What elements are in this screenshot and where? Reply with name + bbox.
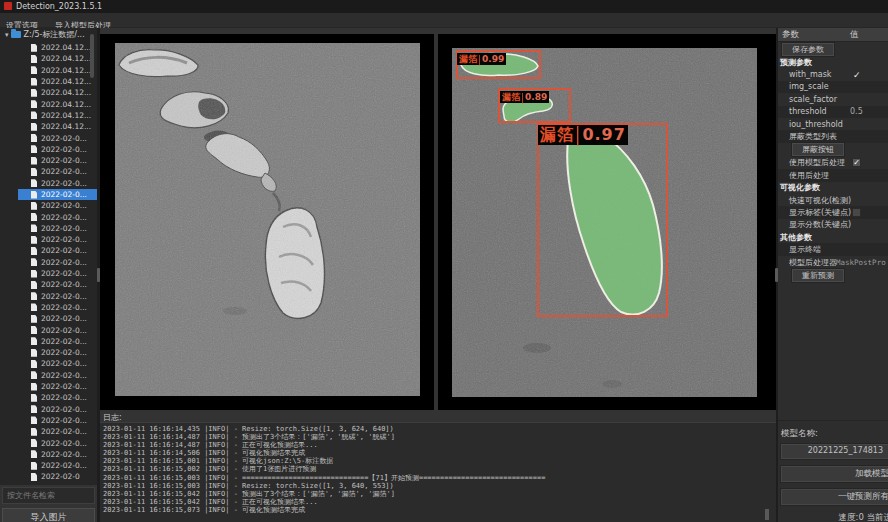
tree-item[interactable]: 2022-02-0... <box>0 426 97 437</box>
title-bar: Detection_2023.1.5.1 <box>0 0 888 13</box>
param-row[interactable]: with_mask✓ <box>778 68 888 80</box>
file-icon <box>31 55 37 63</box>
param-action-button[interactable]: 保存参数 <box>781 42 835 57</box>
tree-item[interactable]: 2022-02-0... <box>0 189 97 200</box>
model-name-field[interactable]: 20221225_174813 <box>780 443 888 460</box>
file-icon <box>31 191 37 199</box>
param-row[interactable]: threshold0.5 <box>778 106 888 118</box>
tree-item[interactable]: 2022-02-0... <box>0 200 97 211</box>
file-icon <box>31 44 37 52</box>
tree-item[interactable]: 2022.04.12... <box>0 87 97 98</box>
param-label: 模型后处理器 <box>778 257 837 268</box>
tree-item[interactable]: 2022-02-0 <box>0 471 97 482</box>
tree-item[interactable]: 2022.04.12... <box>0 110 97 121</box>
tree-item[interactable]: 2022-02-0... <box>0 302 97 313</box>
param-label: 显示标签(关键点) <box>778 207 851 218</box>
param-row[interactable]: 模型后处理器MaskPostPro <box>778 256 888 268</box>
detection-class: 漏箔 <box>540 127 574 143</box>
tree-root-node[interactable]: ▾ Z:/5-标注数据/... <box>0 28 97 41</box>
param-label: threshold <box>778 107 827 116</box>
param-button-row: 重新预测 <box>778 268 888 282</box>
tree-item[interactable]: 2022-02-0... <box>0 245 97 256</box>
search-input[interactable] <box>2 487 95 504</box>
tree-item-label: 2022.04.12... <box>41 66 91 75</box>
param-label: 显示终端 <box>778 244 821 255</box>
param-row[interactable]: iou_threshold <box>778 118 888 130</box>
tree-item-label: 2022.04.12... <box>41 100 91 109</box>
params-header-name: 参数 <box>778 29 850 41</box>
tree-item[interactable]: 2022-02-0... <box>0 257 97 268</box>
param-row[interactable]: img_scale <box>778 81 888 93</box>
tree-item[interactable]: 2022-02-0... <box>0 324 97 335</box>
tree-item-label: 2022-02-0... <box>41 303 87 312</box>
tree-item[interactable]: 2022-02-0... <box>0 132 97 143</box>
tree-item[interactable]: 2022-02-0... <box>0 223 97 234</box>
param-label: 快速可视化(检测) <box>778 195 851 206</box>
chevron-down-icon[interactable]: ▾ <box>5 31 9 39</box>
tree-item[interactable]: 2022.04.12... <box>0 42 97 53</box>
tree-item[interactable]: 2022-02-0... <box>0 358 97 369</box>
original-image[interactable] <box>115 43 420 396</box>
tree-item[interactable]: 2022-02-0... <box>0 347 97 358</box>
param-row[interactable]: 显示分数(关键点) <box>778 219 888 231</box>
file-icon <box>31 428 37 436</box>
tree-item-label: 2022-02-0... <box>41 427 87 436</box>
file-icon <box>31 134 37 142</box>
tree-item[interactable]: 2022-02-0... <box>0 178 97 189</box>
label-separator: | <box>521 91 524 102</box>
log-line: 2023-01-11 16:16:14,487 |INFO| - 预测出了3个结… <box>103 433 776 441</box>
tree-item[interactable]: 2022.04.12... <box>0 121 97 132</box>
param-row[interactable]: 使用模型后处理✓ <box>778 157 888 169</box>
tree-item-label: 2022-02-0... <box>41 224 87 233</box>
tree-item[interactable]: 2022-02-0... <box>0 460 97 471</box>
tree-item[interactable]: 2022-02-0... <box>0 234 97 245</box>
log-output[interactable]: 2023-01-11 16:16:14,435 |INFO| - Resize:… <box>100 422 776 522</box>
file-icon <box>31 213 37 221</box>
tree-item-label: 2022-02-0... <box>41 439 87 448</box>
tree-item[interactable]: 2022-02-0... <box>0 268 97 279</box>
load-model-button[interactable]: 加载模型 <box>780 465 888 483</box>
tree-item[interactable]: 2022-02-0... <box>0 211 97 222</box>
param-row[interactable]: scale_factor <box>778 93 888 105</box>
log-scrollbar-thumb[interactable] <box>765 509 769 520</box>
tree-item[interactable]: 2022-02-0... <box>0 404 97 415</box>
tree-item[interactable]: 2022-02-0... <box>0 291 97 302</box>
tree-item[interactable]: 2022-02-0... <box>0 155 97 166</box>
param-row[interactable]: 屏蔽类型列表 <box>778 130 888 142</box>
log-line: 2023-01-11 16:16:14,487 |INFO| - 正在可视化预测… <box>103 441 776 449</box>
param-row[interactable]: 使用后处理 <box>778 169 888 181</box>
file-icon <box>31 473 37 481</box>
tree-item-label: 2022-02-0... <box>41 382 87 391</box>
tree-item[interactable]: 2022-02-0... <box>0 392 97 403</box>
tree-item[interactable]: 2022.04.12... <box>0 98 97 109</box>
tree-item-label: 2022.04.12... <box>41 111 91 120</box>
tree-item[interactable]: 2022.04.12... <box>0 65 97 76</box>
tree-item[interactable]: 2022.04.12... <box>0 53 97 64</box>
tree-scrollbar-thumb[interactable] <box>90 34 94 78</box>
tree-item[interactable]: 2022-02-0... <box>0 381 97 392</box>
file-icon <box>31 303 37 311</box>
param-label: with_mask <box>778 70 831 79</box>
tree-item[interactable]: 2022-02-0... <box>0 449 97 460</box>
tree-item[interactable]: 2022-02-0... <box>0 437 97 448</box>
param-row[interactable]: 快速可视化(检测) <box>778 194 888 206</box>
param-row[interactable]: 显示终端 <box>778 243 888 255</box>
tree-item[interactable]: 2022-02-0... <box>0 313 97 324</box>
tree-item[interactable]: 2022-02-0... <box>0 415 97 426</box>
tree-item[interactable]: 2022.04.12... <box>0 76 97 87</box>
param-action-button[interactable]: 重新预测 <box>791 268 845 283</box>
tree-item[interactable]: 2022-02-0... <box>0 279 97 290</box>
checkbox-checked[interactable]: ✓ <box>852 158 861 167</box>
param-action-button[interactable]: 屏蔽按钮 <box>791 142 845 157</box>
predict-all-button[interactable]: 一键预测所有图片 <box>780 488 888 506</box>
param-section: 可视化参数 <box>778 182 888 194</box>
log-line: 2023-01-11 16:16:15,003 |INFO| - Resize:… <box>103 482 776 490</box>
tree-item[interactable]: 2022-02-0... <box>0 144 97 155</box>
tree-item[interactable]: 2022-02-0... <box>0 336 97 347</box>
import-images-button[interactable]: 导入图片 <box>2 508 95 522</box>
tree-item[interactable]: 2022-02-0... <box>0 166 97 177</box>
checkbox-empty[interactable] <box>852 208 861 217</box>
tree-item[interactable]: 2022-02-0... <box>0 370 97 381</box>
param-row[interactable]: 显示标签(关键点) <box>778 206 888 218</box>
tree-item-label: 2022-02-0... <box>41 393 87 402</box>
